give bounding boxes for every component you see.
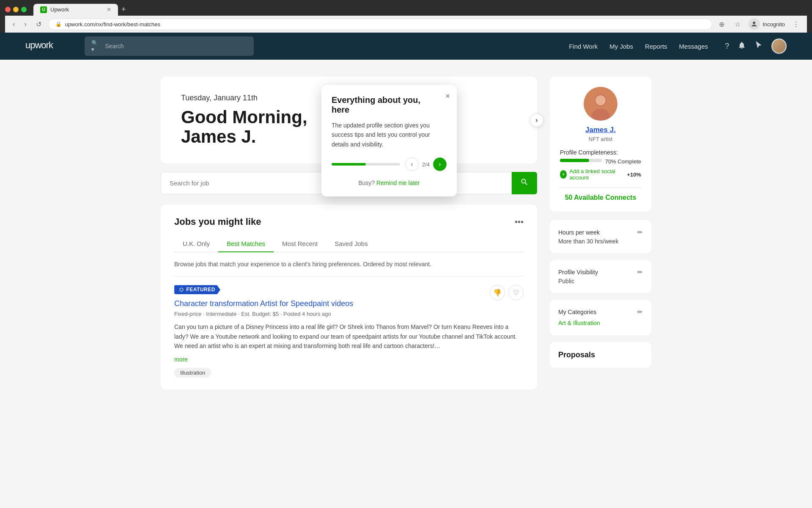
nav-search-bar[interactable]: 🔍 ▾ <box>85 36 254 56</box>
popup-progress-text: 2/4 <box>422 161 430 168</box>
visibility-edit-button[interactable]: ✏ <box>637 268 643 276</box>
jobs-tab-description: Browse jobs that match your experience t… <box>174 261 524 268</box>
dislike-job-button[interactable]: 👎 <box>490 285 505 300</box>
hours-per-week-card: Hours per week ✏ More than 30 hrs/week <box>550 220 651 253</box>
browser-menu-button[interactable]: ⋮ <box>790 19 802 29</box>
popup-title: Everything about you, here <box>332 95 447 115</box>
greeting-next-arrow[interactable]: › <box>530 113 543 127</box>
tab-uk-only[interactable]: U.K. Only <box>174 236 218 252</box>
job-tags: Illustration <box>174 368 524 378</box>
hours-value: More than 30 hrs/week <box>558 238 643 245</box>
avatar-image <box>584 87 617 121</box>
popup-progress-fill <box>332 163 366 166</box>
new-tab-button[interactable]: + <box>120 3 128 16</box>
popup-progress-bar-container <box>332 163 400 166</box>
visibility-label: Profile Visibility <box>558 269 598 276</box>
popup-busy-text: Busy? <box>358 179 375 186</box>
featured-badge: ⬡ FEATURED <box>174 285 220 294</box>
job-search-button[interactable] <box>512 172 537 194</box>
tab-most-recent[interactable]: Most Recent <box>274 236 326 252</box>
popup-next-button[interactable]: › <box>433 157 447 171</box>
nav-messages[interactable]: Messages <box>679 43 708 50</box>
my-categories-card: My Categories ✏ Art & Illustration <box>550 300 651 335</box>
available-connects[interactable]: 50 Available Connects <box>565 194 636 201</box>
nav-reports[interactable]: Reports <box>645 43 667 50</box>
profile-card: James J. NFT artist Profile Completeness… <box>550 77 651 212</box>
featured-badge-icon: ⬡ <box>179 287 184 293</box>
job-title[interactable]: Character transformation Artist for Spee… <box>174 299 524 308</box>
completeness-row: 70% Complete <box>560 158 641 165</box>
svg-text:upwork: upwork <box>25 40 54 50</box>
hours-edit-button[interactable]: ✏ <box>637 229 643 236</box>
add-social-link[interactable]: Add a linked social account <box>569 168 624 181</box>
categories-edit-button[interactable]: ✏ <box>637 308 643 316</box>
forward-button[interactable]: › <box>22 19 29 29</box>
browser-action-buttons: ⊕ ☆ Incognito ⋮ <box>716 18 802 30</box>
greeting-text: Good Morning, <box>181 107 307 127</box>
popup-busy-section: Busy? Remind me later <box>332 179 447 186</box>
pointer-button[interactable] <box>754 41 763 52</box>
profile-avatar <box>584 87 617 121</box>
popup-remind-later-link[interactable]: Remind me later <box>376 179 420 186</box>
browser-tab-bar: U Upwork ✕ + <box>5 3 807 16</box>
add-social-section: + Add a linked social account +10% <box>560 168 641 181</box>
incognito-avatar-icon <box>748 18 760 30</box>
job-read-more-link[interactable]: more <box>174 356 524 363</box>
url-text: upwork.com/nx/find-work/best-matches <box>65 21 160 28</box>
address-bar-container: ‹ › ↺ 🔒 upwork.com/nx/find-work/best-mat… <box>5 16 807 33</box>
notifications-button[interactable] <box>738 41 746 52</box>
jobs-tab-bar: U.K. Only Best Matches Most Recent Saved… <box>174 236 524 252</box>
jobs-more-options-button[interactable]: ••• <box>515 217 524 227</box>
hours-label: Hours per week <box>558 229 600 236</box>
svg-point-0 <box>753 22 755 24</box>
jobs-card: Jobs you might like ••• U.K. Only Best M… <box>161 204 537 389</box>
popup-close-button[interactable]: × <box>445 92 450 101</box>
completeness-bar <box>560 159 602 162</box>
tab-best-matches[interactable]: Best Matches <box>218 236 274 252</box>
tab-close-button[interactable]: ✕ <box>107 6 111 13</box>
upwork-logo[interactable]: upwork <box>25 39 68 54</box>
job-description: Can you turn a picture of a Disney Princ… <box>174 322 524 351</box>
save-job-button[interactable]: ♡ <box>508 285 524 300</box>
back-button[interactable]: ‹ <box>10 19 17 29</box>
svg-point-5 <box>595 95 606 105</box>
nav-search-input[interactable] <box>105 43 247 50</box>
connects-section: 50 Available Connects <box>560 188 641 202</box>
featured-badge-label: FEATURED <box>187 287 215 293</box>
bookmark-button[interactable]: ☆ <box>732 19 743 29</box>
address-input[interactable]: 🔒 upwork.com/nx/find-work/best-matches <box>48 19 713 30</box>
job-action-buttons: 👎 ♡ <box>490 285 524 300</box>
profile-completeness-section: Profile Completeness: 70% Complete + Add… <box>560 149 641 181</box>
categories-label-row: My Categories ✏ <box>558 308 643 316</box>
nav-find-work[interactable]: Find Work <box>569 43 598 50</box>
nav-my-jobs[interactable]: My Jobs <box>609 43 633 50</box>
extensions-button[interactable]: ⊕ <box>716 19 727 29</box>
active-tab[interactable]: U Upwork ✕ <box>33 4 118 16</box>
incognito-button[interactable]: Incognito <box>748 18 785 30</box>
profile-role: NFT artist <box>560 136 641 142</box>
completeness-percentage: 70% Complete <box>605 158 641 165</box>
popup-progress-section: ‹ 2/4 › <box>332 157 447 171</box>
category-tag[interactable]: Art & Illustration <box>558 320 600 326</box>
visibility-value: Public <box>558 278 643 284</box>
maximize-window-button[interactable] <box>21 7 27 12</box>
close-window-button[interactable] <box>5 7 11 12</box>
content-area: Tuesday, January 11th Good Morning, Jame… <box>161 77 537 389</box>
tab-saved-jobs[interactable]: Saved Jobs <box>326 236 376 252</box>
jobs-card-header: Jobs you might like ••• <box>174 216 524 227</box>
user-avatar-nav[interactable] <box>771 39 787 54</box>
refresh-button[interactable]: ↺ <box>33 19 44 29</box>
completeness-fill <box>560 159 589 162</box>
profile-name[interactable]: James J. <box>560 126 641 134</box>
popup-prev-button[interactable]: ‹ <box>405 157 419 171</box>
search-dropdown-icon[interactable]: 🔍 ▾ <box>91 40 102 52</box>
job-tag-illustration[interactable]: Illustration <box>174 368 211 378</box>
popup-body-text: The updated profile section gives you su… <box>332 121 447 149</box>
browser-chrome: U Upwork ✕ + ‹ › ↺ 🔒 upwork.com/nx/find-… <box>0 0 812 33</box>
visibility-label-row: Profile Visibility ✏ <box>558 268 643 276</box>
help-button[interactable]: ? <box>725 42 729 51</box>
job-list-item: ⬡ FEATURED 👎 ♡ Character transformation … <box>174 276 524 377</box>
jobs-section-title: Jobs you might like <box>174 216 261 227</box>
minimize-window-button[interactable] <box>13 7 19 12</box>
profile-visibility-card: Profile Visibility ✏ Public <box>550 260 651 293</box>
